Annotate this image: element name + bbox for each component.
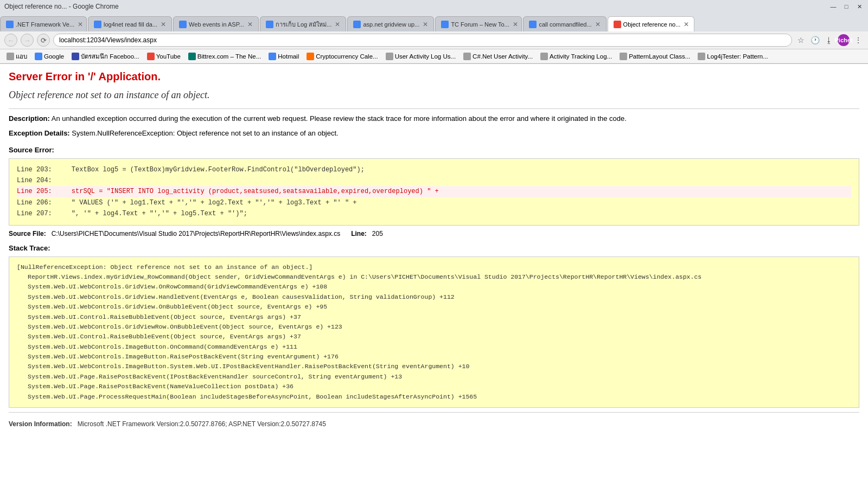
source-line-1-code: TextBox log5 = (TextBox)myGridview.Foote… <box>72 166 365 174</box>
bookmark-10-label: Activity Tracking Log... <box>550 53 612 60</box>
bookmark-9[interactable]: C#.Net User Activity... <box>460 52 536 61</box>
source-file-path: C:\Users\PICHET\Documents\Visual Studio … <box>52 230 340 237</box>
tab-1-favicon <box>6 21 14 28</box>
bookmark-8[interactable]: User Activity Log Us... <box>382 52 459 61</box>
window-title: Object reference no... - Google Chrome <box>4 3 119 10</box>
nav-icons: ☆ 🕐 ⭳ Pichet ⋮ <box>795 34 864 46</box>
tab-7[interactable]: call commandfiled... ✕ <box>523 16 606 31</box>
minimize-button[interactable]: — <box>829 2 838 11</box>
bookmark-3[interactable]: บัตรสมนึก Faceboo... <box>68 51 143 62</box>
divider-2 <box>9 412 859 413</box>
bookmark-11[interactable]: PatternLayout Class... <box>616 52 693 61</box>
stack-line-7: System.Web.UI.WebControls.GridViewRow.On… <box>17 322 851 332</box>
bookmark-1-label: แอบ <box>16 52 27 61</box>
tab-5[interactable]: asp.net gridview up... ✕ <box>347 16 434 31</box>
bookmark-4-favicon <box>147 53 155 60</box>
tab-4-close[interactable]: ✕ <box>335 21 340 28</box>
tab-2-label: log4net read fill da... <box>104 21 157 28</box>
bookmark-4-label: YouTube <box>156 53 181 60</box>
back-button[interactable]: ← <box>4 34 17 47</box>
tab-3[interactable]: Web events in ASP... ✕ <box>173 16 259 31</box>
window-controls: — □ ✕ <box>829 2 864 11</box>
source-line-5-num: Line 207: <box>17 210 68 217</box>
tab-5-close[interactable]: ✕ <box>423 21 428 28</box>
tab-8-close[interactable]: ✕ <box>684 21 689 28</box>
profile-icon[interactable]: Pichet <box>838 34 850 46</box>
tab-7-label: call commandfiled... <box>539 21 591 28</box>
tab-6-close[interactable]: ✕ <box>513 21 518 28</box>
bookmark-2-label: Google <box>44 53 64 60</box>
source-line-number: 205 <box>372 230 383 237</box>
tab-6[interactable]: TC Forum – New To... ✕ <box>435 16 522 31</box>
server-error-title: Server Error in '/' Application. <box>9 70 859 83</box>
stack-line-3: System.Web.UI.WebControls.GridView.OnRow… <box>17 282 851 292</box>
stack-line-1: [NullReferenceException: Object referenc… <box>17 262 851 272</box>
description-text: An unhandled exception occurred during t… <box>52 114 627 123</box>
tab-7-close[interactable]: ✕ <box>595 21 601 28</box>
tab-5-label: asp.net gridview up... <box>363 21 419 28</box>
bookmark-10-favicon <box>540 53 548 60</box>
stack-line-11: System.Web.UI.WebControls.ImageButton.Sy… <box>17 362 851 371</box>
tab-2-close[interactable]: ✕ <box>161 21 166 28</box>
bookmark-5[interactable]: Bittrex.com – The Ne... <box>185 52 264 61</box>
tab-8-active[interactable]: Object reference no... ✕ <box>608 16 694 31</box>
bookmark-2[interactable]: Google <box>31 52 67 61</box>
tab-2[interactable]: log4net read fill da... ✕ <box>88 16 172 31</box>
tab-7-favicon <box>529 21 537 28</box>
source-error-box: Line 203: TextBox log5 = (TextBox)myGrid… <box>9 158 859 226</box>
tab-6-favicon <box>441 21 449 28</box>
tab-8-favicon <box>614 21 621 28</box>
stack-line-8: System.Web.UI.Control.RaiseBubbleEvent(O… <box>17 332 851 342</box>
tab-3-close[interactable]: ✕ <box>247 21 253 28</box>
bookmark-12-favicon <box>698 53 705 60</box>
source-line-4-code: " VALUES ('" + log1.Text + "','" + log2.… <box>72 199 357 207</box>
downloads-icon[interactable]: ⭳ <box>824 35 834 46</box>
stack-line-12: System.Web.UI.Page.RaisePostBackEvent(IP… <box>17 372 851 382</box>
bookmark-6[interactable]: Hotmail <box>265 52 302 61</box>
source-file-label: Source File: <box>9 230 46 237</box>
tab-1[interactable]: .NET Framework Ve... ✕ <box>0 16 87 31</box>
stack-trace-label: Stack Trace: <box>9 244 859 252</box>
browser-chrome: Object reference no... - Google Chrome —… <box>0 0 868 64</box>
bookmark-3-label: บัตรสมนึก Faceboo... <box>81 52 139 61</box>
bookmarks-bar: แอบ Google บัตรสมนึก Faceboo... YouTube … <box>0 49 868 63</box>
source-error-label: Source Error: <box>9 146 859 154</box>
bookmark-1-favicon <box>7 53 14 60</box>
stack-trace-box: [NullReferenceException: Object referenc… <box>9 256 859 408</box>
forward-button[interactable]: → <box>21 34 34 47</box>
source-line-2-num: Line 204: <box>17 177 52 184</box>
tab-1-close[interactable]: ✕ <box>78 21 83 28</box>
bookmark-star-icon[interactable]: ☆ <box>795 35 806 46</box>
address-bar[interactable] <box>53 34 792 47</box>
bookmark-8-favicon <box>386 53 393 60</box>
source-line-3: Line 205: strSQL = "INSERT INTO log_acti… <box>17 186 851 197</box>
bookmark-11-favicon <box>620 53 627 60</box>
maximize-button[interactable]: □ <box>842 2 851 11</box>
tab-4-label: การเก็บ Log สมัใหม่... <box>276 20 332 29</box>
bookmark-12[interactable]: Log4jTester: Pattern... <box>694 52 771 61</box>
source-line-5: Line 207: ", '" + log4.Text + "','" + lo… <box>17 208 851 219</box>
bookmark-6-favicon <box>269 53 276 60</box>
bookmark-1[interactable]: แอบ <box>3 51 30 62</box>
source-line-4: Line 206: " VALUES ('" + log1.Text + "',… <box>17 197 851 208</box>
stack-line-13: System.Web.UI.Page.RaisePostBackEvent(Na… <box>17 382 851 391</box>
bookmark-7-favicon <box>307 53 314 60</box>
tab-3-favicon <box>179 21 187 28</box>
tab-4[interactable]: การเก็บ Log สมัใหม่... ✕ <box>260 16 347 31</box>
stack-line-2: ReportHR.Views.index.myGridView_RowComma… <box>17 272 851 282</box>
source-file-line: Source File: C:\Users\PICHET\Documents\V… <box>9 230 859 237</box>
error-message: Object reference not set to an instance … <box>9 89 859 101</box>
tab-4-favicon <box>266 21 273 28</box>
bookmark-5-label: Bittrex.com – The Ne... <box>197 53 261 60</box>
bookmark-7[interactable]: Cryptocurrency Cale... <box>303 52 381 61</box>
close-button[interactable]: ✕ <box>855 2 864 11</box>
menu-icon[interactable]: ⋮ <box>853 35 864 46</box>
bookmark-4[interactable]: YouTube <box>144 52 184 61</box>
bookmark-9-label: C#.Net User Activity... <box>473 53 533 60</box>
bookmark-10[interactable]: Activity Tracking Log... <box>537 52 615 61</box>
reload-button[interactable]: ⟳ <box>37 34 50 47</box>
nav-bar: ← → ⟳ ☆ 🕐 ⭳ Pichet ⋮ <box>0 31 868 49</box>
history-icon[interactable]: 🕐 <box>809 35 820 46</box>
source-line-1: Line 203: TextBox log5 = (TextBox)myGrid… <box>17 164 851 175</box>
source-line-3-code: strSQL = "INSERT INTO log_activity (prod… <box>72 188 439 195</box>
